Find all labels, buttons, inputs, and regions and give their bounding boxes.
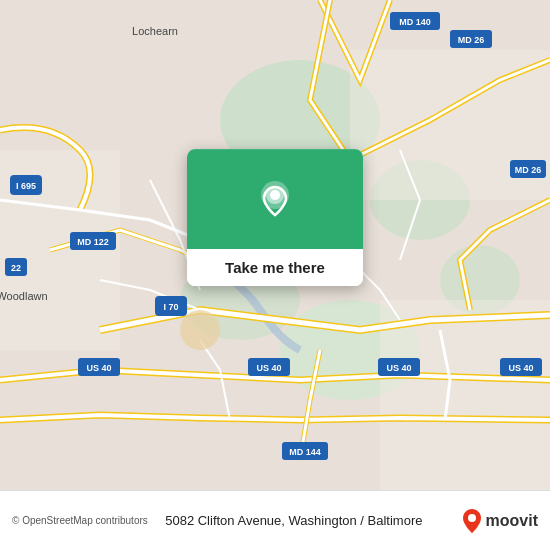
svg-rect-8 xyxy=(380,300,550,490)
svg-text:I 70: I 70 xyxy=(163,302,178,312)
svg-text:US 40: US 40 xyxy=(508,363,533,373)
moovit-label: moovit xyxy=(486,512,538,530)
svg-point-38 xyxy=(270,190,280,200)
svg-text:MD 122: MD 122 xyxy=(77,237,109,247)
take-me-there-button[interactable]: Take me there xyxy=(187,249,363,286)
svg-text:MD 140: MD 140 xyxy=(399,17,431,27)
popup[interactable]: Take me there xyxy=(187,149,363,286)
svg-text:22: 22 xyxy=(11,263,21,273)
map-container: I 695 MD 140 MD 26 MD 26 MD 122 22 I 70 … xyxy=(0,0,550,490)
svg-text:MD 26: MD 26 xyxy=(515,165,542,175)
location-pin-icon xyxy=(253,177,297,221)
moovit-logo: moovit xyxy=(462,509,538,533)
moovit-pin-icon xyxy=(462,509,482,533)
svg-text:I 695: I 695 xyxy=(16,181,36,191)
svg-point-39 xyxy=(468,514,476,522)
info-bar: © OpenStreetMap contributors 5082 Clifto… xyxy=(0,490,550,550)
svg-text:US 40: US 40 xyxy=(86,363,111,373)
svg-text:US 40: US 40 xyxy=(256,363,281,373)
svg-text:Woodlawn: Woodlawn xyxy=(0,290,48,302)
svg-text:MD 26: MD 26 xyxy=(458,35,485,45)
svg-text:US 40: US 40 xyxy=(386,363,411,373)
svg-point-9 xyxy=(180,310,220,350)
popup-green-area xyxy=(187,149,363,249)
svg-text:MD 144: MD 144 xyxy=(289,447,321,457)
svg-text:Lochearn: Lochearn xyxy=(132,25,178,37)
copyright-text: © OpenStreetMap contributors xyxy=(12,515,155,526)
address-text: 5082 Clifton Avenue, Washington / Baltim… xyxy=(165,513,451,528)
